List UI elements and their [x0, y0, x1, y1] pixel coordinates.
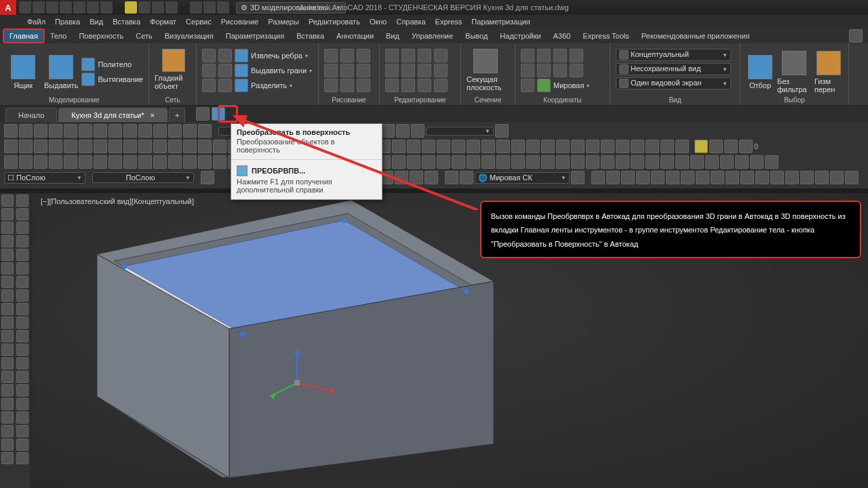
tool-icon[interactable] [606, 171, 620, 184]
tool-icon[interactable] [19, 124, 33, 138]
tool-icon[interactable] [741, 171, 754, 184]
tool-icon[interactable] [410, 171, 423, 184]
nofilter-button[interactable]: Без фильтра [777, 48, 812, 94]
ucs-icon[interactable] [553, 64, 567, 77]
panel-label[interactable]: Рисование [319, 96, 379, 104]
array-icon[interactable] [434, 64, 448, 77]
draw-tool-icon[interactable] [1, 276, 14, 288]
arc-icon[interactable] [340, 49, 354, 62]
ucs-icon[interactable] [537, 49, 551, 62]
tool-icon[interactable] [601, 140, 614, 153]
tool-icon[interactable] [123, 155, 137, 169]
tool-icon[interactable] [586, 155, 599, 169]
menu-edit[interactable]: Правка [55, 18, 80, 26]
tool-icon[interactable] [79, 155, 92, 169]
tool-icon[interactable] [201, 171, 214, 184]
qat-icon[interactable] [217, 1, 229, 14]
world-label[interactable]: Мировая [553, 81, 584, 89]
draw-tool-icon[interactable] [16, 344, 28, 356]
ribbon-collapse-icon[interactable] [849, 29, 863, 43]
draw-tool-icon[interactable] [16, 289, 28, 302]
tool-icon[interactable] [49, 155, 62, 169]
presspull-label[interactable]: Вытягивание [98, 75, 143, 83]
tab-parametric[interactable]: Параметризация [220, 30, 290, 42]
menu-format[interactable]: Формат [150, 18, 176, 26]
tool-icon[interactable] [108, 155, 122, 169]
tool-icon[interactable] [616, 140, 629, 153]
menu-file[interactable]: Файл [27, 18, 45, 26]
draw-tool-icon[interactable] [1, 317, 14, 329]
stretch-icon[interactable] [401, 79, 415, 92]
tool-icon[interactable] [681, 171, 694, 184]
draw-tool-icon[interactable] [16, 222, 28, 234]
tool-icon[interactable] [696, 171, 709, 184]
app-logo[interactable]: A [0, 0, 16, 15]
tool-icon[interactable] [452, 155, 465, 169]
tool-icon[interactable] [646, 140, 659, 153]
tool-icon[interactable] [49, 140, 62, 153]
panel-label[interactable]: Редактирование [380, 96, 460, 104]
menu-param[interactable]: Параметризация [471, 18, 530, 26]
qat-new-icon[interactable] [19, 1, 31, 14]
tool-icon[interactable] [481, 155, 495, 169]
tool-icon[interactable] [425, 171, 438, 184]
color-dropdown[interactable]: ☐ ПоСлою▼ [4, 172, 85, 184]
ellipse-icon[interactable] [324, 79, 338, 92]
tool-icon[interactable] [526, 155, 540, 169]
circle-icon[interactable] [357, 49, 370, 62]
draw-tool-icon[interactable] [1, 262, 14, 274]
tool-icon[interactable] [452, 140, 465, 153]
tool-icon[interactable] [845, 171, 859, 184]
tool-icon[interactable] [511, 140, 525, 153]
draw-tool-icon[interactable] [16, 195, 28, 207]
tool-icon[interactable] [218, 49, 232, 62]
tool-icon[interactable] [168, 124, 182, 138]
copy-icon[interactable] [401, 49, 415, 62]
tab-mesh[interactable]: Сеть [130, 30, 157, 42]
box-button[interactable]: Ящик [5, 52, 41, 89]
scale-icon[interactable] [385, 79, 399, 92]
tab-drawing[interactable]: Кухня 3d для статьи* × [58, 108, 167, 122]
tool-icon[interactable] [750, 155, 764, 169]
tool-icon[interactable] [183, 124, 197, 138]
tool-icon[interactable] [755, 171, 769, 184]
tool-icon[interactable] [381, 124, 395, 138]
tool-icon[interactable] [437, 140, 450, 153]
tool-icon[interactable] [800, 171, 814, 184]
tool-icon[interactable] [675, 140, 689, 153]
ucs-icon[interactable] [570, 49, 583, 62]
tool-icon[interactable] [138, 124, 152, 138]
tool-icon[interactable] [571, 155, 585, 169]
extract-edges-icon[interactable] [235, 49, 248, 62]
tool-icon[interactable] [64, 124, 77, 138]
tool-icon[interactable] [460, 171, 473, 184]
tool-icon[interactable] [556, 155, 570, 169]
qat-save-icon[interactable] [46, 1, 58, 14]
rotate-icon[interactable] [418, 49, 431, 62]
gizmo-button[interactable]: Гизм перен [814, 48, 843, 94]
tool-icon[interactable] [541, 140, 555, 153]
layer-icon[interactable] [694, 140, 708, 153]
panel-label[interactable]: Моделирование [0, 96, 149, 104]
tool-icon[interactable] [660, 155, 674, 169]
tool-icon[interactable] [765, 155, 778, 169]
tool-icon[interactable] [357, 79, 370, 92]
tool-icon[interactable] [815, 171, 829, 184]
tool-icon[interactable] [467, 155, 480, 169]
draw-tool-icon[interactable] [1, 371, 14, 383]
layer-icon[interactable] [739, 140, 753, 153]
tool-icon[interactable] [198, 140, 212, 153]
draw-tool-icon[interactable] [16, 303, 28, 315]
tool-icon[interactable] [138, 140, 152, 153]
tool-icon[interactable] [395, 171, 408, 184]
layer-freeze-icon[interactable] [138, 1, 151, 14]
tool-icon[interactable] [79, 124, 92, 138]
menu-service[interactable]: Сервис [186, 18, 212, 26]
tool-icon[interactable] [153, 124, 167, 138]
line-icon[interactable] [324, 49, 338, 62]
tool-icon[interactable] [218, 79, 232, 92]
draw-tool-icon[interactable] [1, 439, 14, 451]
tool-icon[interactable] [437, 155, 450, 169]
polysolid-icon[interactable] [81, 58, 95, 71]
tool-icon[interactable] [340, 79, 354, 92]
